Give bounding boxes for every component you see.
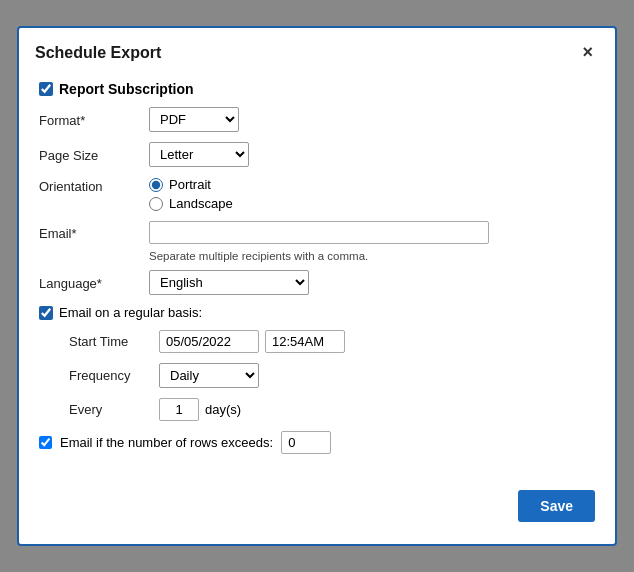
rows-exceeds-label: Email if the number of rows exceeds:	[60, 435, 273, 450]
report-subscription-row: Report Subscription	[39, 81, 595, 97]
rows-exceeds-row: Email if the number of rows exceeds:	[39, 431, 595, 454]
every-label: Every	[69, 402, 159, 417]
portrait-radio-label: Portrait	[149, 177, 595, 192]
orientation-row: Orientation Portrait Landscape	[39, 177, 595, 211]
page-size-label: Page Size	[39, 146, 149, 163]
page-size-control: Letter A4 Legal	[149, 142, 595, 167]
dialog-title: Schedule Export	[35, 44, 161, 62]
language-row: Language* English French Spanish German	[39, 270, 595, 295]
orientation-label: Orientation	[39, 177, 149, 194]
every-unit: day(s)	[205, 402, 241, 417]
save-button[interactable]: Save	[518, 490, 595, 522]
dialog-body: Report Subscription Format* PDF Excel CS…	[19, 73, 615, 480]
format-label: Format*	[39, 111, 149, 128]
dialog-header: Schedule Export ×	[19, 28, 615, 73]
language-select[interactable]: English French Spanish German	[149, 270, 309, 295]
report-subscription-checkbox[interactable]	[39, 82, 53, 96]
rows-exceeds-input[interactable]	[281, 431, 331, 454]
email-regular-row: Email on a regular basis:	[39, 305, 595, 320]
language-label: Language*	[39, 274, 149, 291]
email-regular-label: Email on a regular basis:	[59, 305, 202, 320]
frequency-row: Frequency Daily Weekly Monthly	[69, 363, 595, 388]
dialog-footer: Save	[19, 480, 615, 536]
start-time-row: Start Time	[69, 330, 595, 353]
frequency-select[interactable]: Daily Weekly Monthly	[159, 363, 259, 388]
email-control	[149, 221, 595, 244]
schedule-export-dialog: Schedule Export × Report Subscription Fo…	[17, 26, 617, 546]
page-size-select[interactable]: Letter A4 Legal	[149, 142, 249, 167]
frequency-label: Frequency	[69, 368, 159, 383]
page-size-row: Page Size Letter A4 Legal	[39, 142, 595, 167]
language-control: English French Spanish German	[149, 270, 595, 295]
every-row: Every day(s)	[69, 398, 595, 421]
landscape-radio-label: Landscape	[149, 196, 595, 211]
format-select[interactable]: PDF Excel CSV	[149, 107, 239, 132]
start-time-inputs	[159, 330, 345, 353]
portrait-radio[interactable]	[149, 178, 163, 192]
orientation-control: Portrait Landscape	[149, 177, 595, 211]
every-inputs: day(s)	[159, 398, 241, 421]
email-regular-checkbox[interactable]	[39, 306, 53, 320]
rows-exceeds-checkbox[interactable]	[39, 436, 52, 449]
portrait-label: Portrait	[169, 177, 211, 192]
landscape-radio[interactable]	[149, 197, 163, 211]
email-hint: Separate multiple recipients with a comm…	[149, 250, 595, 262]
start-date-input[interactable]	[159, 330, 259, 353]
format-control: PDF Excel CSV	[149, 107, 595, 132]
every-input[interactable]	[159, 398, 199, 421]
report-subscription-label: Report Subscription	[59, 81, 194, 97]
email-row: Email*	[39, 221, 595, 244]
landscape-label: Landscape	[169, 196, 233, 211]
start-time-input[interactable]	[265, 330, 345, 353]
format-row: Format* PDF Excel CSV	[39, 107, 595, 132]
indented-section: Start Time Frequency Daily Weekly Monthl…	[69, 330, 595, 421]
email-input[interactable]	[149, 221, 489, 244]
close-button[interactable]: ×	[576, 40, 599, 65]
start-time-label: Start Time	[69, 334, 159, 349]
email-label: Email*	[39, 224, 149, 241]
